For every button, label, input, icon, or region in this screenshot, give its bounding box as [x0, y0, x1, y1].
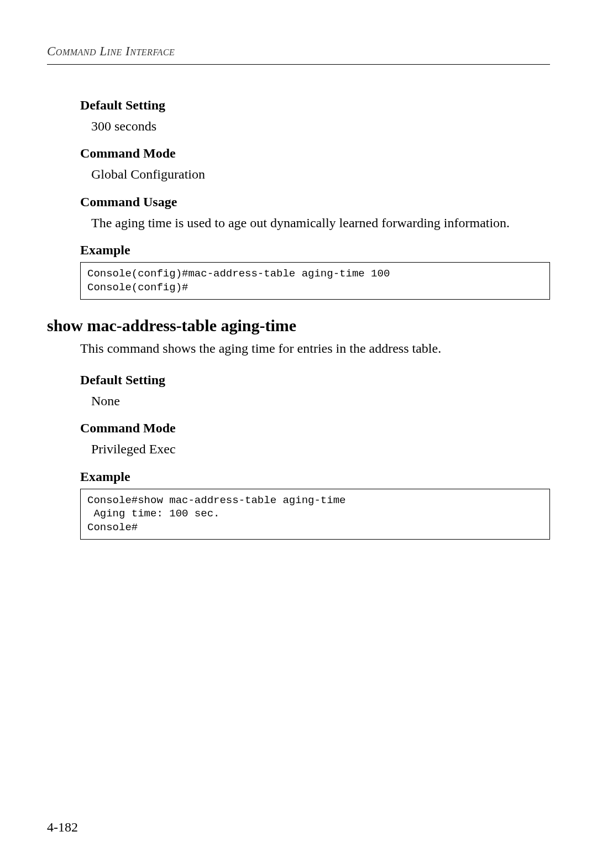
example-label-2: Example [80, 469, 550, 484]
command-mode-label-1: Command Mode [80, 146, 550, 161]
command-description: This command shows the aging time for en… [80, 339, 550, 357]
command-title: show mac-address-table aging-time [47, 316, 550, 335]
command-mode-label-2: Command Mode [80, 421, 550, 436]
command-mode-value-1: Global Configuration [91, 165, 550, 183]
command-mode-value-2: Privileged Exec [91, 440, 550, 458]
example-code-2: Console#show mac-address-table aging-tim… [80, 489, 550, 540]
page-header: Command Line Interface [47, 44, 550, 65]
example-label-1: Example [80, 243, 550, 258]
page-number: 4-182 [47, 820, 78, 835]
default-setting-label-2: Default Setting [80, 373, 550, 388]
command-usage-label: Command Usage [80, 195, 550, 210]
default-setting-value-1: 300 seconds [91, 117, 550, 135]
default-setting-value-2: None [91, 392, 550, 410]
example-code-1: Console(config)#mac-address-table aging-… [80, 262, 550, 299]
default-setting-label-1: Default Setting [80, 98, 550, 113]
command-usage-text: The aging time is used to age out dynami… [91, 214, 550, 232]
